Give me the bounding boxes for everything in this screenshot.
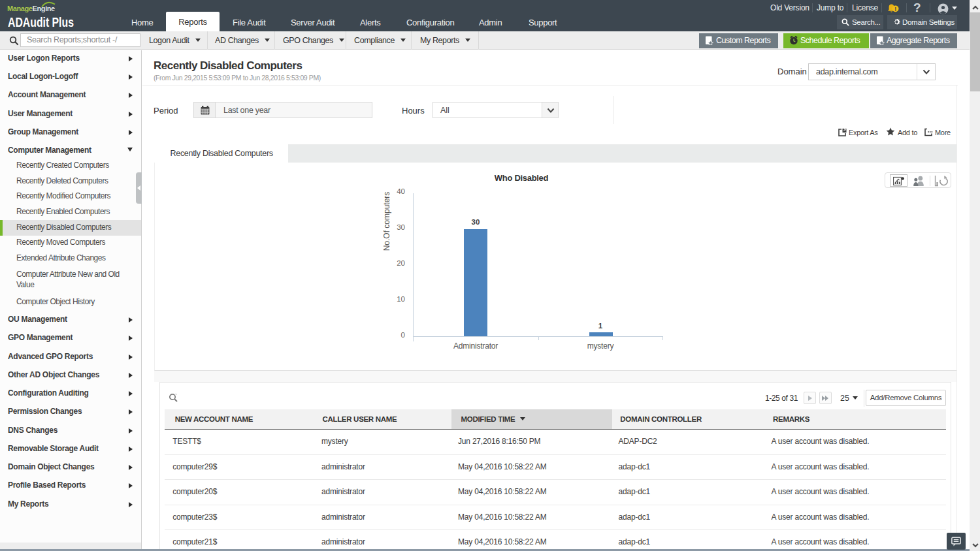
svg-text:!: ! (894, 6, 896, 12)
